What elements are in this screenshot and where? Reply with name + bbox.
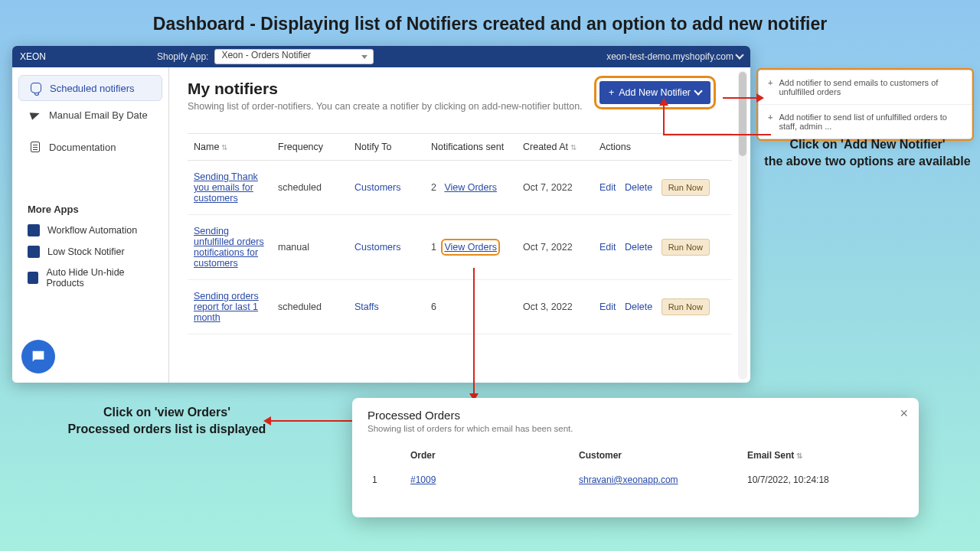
- col-created-at[interactable]: Created At⇅: [517, 134, 593, 161]
- app-link-label: Workflow Automation: [47, 225, 137, 236]
- app-link-label: Auto Hide Un-hide Products: [46, 267, 153, 289]
- cell-frequency: scheduled: [272, 280, 348, 334]
- cell-frequency: scheduled: [272, 161, 348, 215]
- table-row: Sending orders report for last 1 month s…: [188, 280, 732, 334]
- app-icon: [28, 272, 38, 284]
- plus-icon: +: [768, 78, 773, 96]
- col-index: [368, 444, 406, 467]
- add-button-label: Add New Notifier: [619, 87, 691, 98]
- table-row: Sending Thank you emails for customers s…: [188, 161, 732, 215]
- notify-to-link[interactable]: Customers: [354, 242, 400, 253]
- app-select-label: Shopify App:: [157, 51, 208, 62]
- col-notify-to: Notify To: [348, 134, 425, 161]
- chat-icon: [30, 348, 47, 365]
- notifiers-table: Name⇅ Frequency Notify To Notifications …: [188, 133, 732, 334]
- close-icon[interactable]: ×: [900, 406, 908, 422]
- app-link-low-stock-notifier[interactable]: Low Stock Notifier: [12, 241, 168, 262]
- col-order: Order: [406, 444, 574, 467]
- col-name[interactable]: Name⇅: [188, 134, 272, 161]
- customer-link[interactable]: shravani@xeonapp.com: [579, 474, 678, 485]
- annotation-right: Click on 'Add New Notifier' the above tw…: [763, 136, 972, 169]
- processed-orders-modal: × Processed Orders Showing list of order…: [352, 398, 919, 517]
- processed-orders-table: Order Customer Email Sent⇅ 1 #1009 shrav…: [368, 444, 903, 493]
- col-customer: Customer: [574, 444, 743, 467]
- dropdown-option-staff[interactable]: +Add notifier to send list of unfulfille…: [759, 104, 972, 139]
- app-window: XEON Shopify App: Xeon - Orders Notifier…: [12, 46, 750, 383]
- cell-created: Oct 7, 2022: [517, 215, 593, 280]
- table-row: 1 #1009 shravani@xeonapp.com 10/7/2022, …: [368, 467, 903, 493]
- cell-created: Oct 3, 2022: [517, 280, 593, 334]
- sidebar-item-scheduled-notifiers[interactable]: Scheduled notifiers: [18, 75, 162, 101]
- run-now-button[interactable]: Run Now: [662, 239, 710, 256]
- view-orders-link[interactable]: View Orders: [444, 182, 497, 193]
- cell-email-sent: 10/7/2022, 10:24:18: [743, 467, 903, 493]
- run-now-button[interactable]: Run Now: [662, 298, 710, 315]
- chevron-down-icon: [735, 51, 743, 59]
- dropdown-option-customers[interactable]: +Add notifier to send emails to customer…: [759, 70, 972, 104]
- sidebar: Scheduled notifiers Manual Email By Date…: [12, 67, 169, 383]
- notifier-name-link[interactable]: Sending unfulfilled orders notifications…: [194, 226, 264, 269]
- delete-link[interactable]: Delete: [625, 302, 652, 312]
- store-label: xeon-test-demo.myshopify.com: [606, 51, 733, 62]
- store-switcher[interactable]: xeon-test-demo.myshopify.com: [606, 51, 743, 62]
- delete-link[interactable]: Delete: [625, 182, 652, 193]
- sidebar-item-label: Manual Email By Date: [49, 109, 148, 121]
- edit-link[interactable]: Edit: [599, 182, 616, 193]
- order-link[interactable]: #1009: [410, 474, 436, 485]
- chevron-down-icon: [694, 86, 702, 95]
- cell-sent: 2 View Orders: [425, 161, 517, 215]
- delete-link[interactable]: Delete: [625, 242, 652, 253]
- col-actions: Actions: [593, 134, 732, 161]
- annotation-title: Dashboard - Displaying list of Notifiers…: [0, 14, 980, 34]
- scrollbar-track[interactable]: [738, 70, 747, 380]
- cell-index: 1: [368, 467, 406, 493]
- app-link-label: Low Stock Notifier: [47, 246, 125, 257]
- cell-sent: 1 View Orders: [425, 215, 517, 280]
- support-chat-bubble[interactable]: [21, 340, 55, 373]
- notify-to-link[interactable]: Customers: [354, 182, 400, 193]
- app-link-auto-hide-products[interactable]: Auto Hide Un-hide Products: [12, 262, 168, 293]
- brand-label: XEON: [20, 51, 46, 62]
- plus-icon: +: [609, 87, 614, 98]
- edit-link[interactable]: Edit: [599, 302, 616, 312]
- more-apps-heading: More Apps: [12, 204, 168, 215]
- plus-icon: +: [768, 112, 773, 131]
- view-orders-link[interactable]: View Orders: [444, 242, 497, 253]
- cell-sent: 6: [425, 280, 517, 334]
- add-new-notifier-button[interactable]: + Add New Notifier: [599, 81, 710, 104]
- scrollbar-thumb[interactable]: [739, 72, 746, 156]
- dropdown-option-label: Add notifier to send emails to customers…: [779, 78, 962, 96]
- send-icon: [29, 109, 41, 121]
- top-bar: XEON Shopify App: Xeon - Orders Notifier…: [12, 46, 750, 67]
- sidebar-item-label: Documentation: [49, 142, 116, 153]
- sidebar-item-manual-email[interactable]: Manual Email By Date: [18, 103, 162, 127]
- col-notifications-sent: Notifications sent: [425, 134, 517, 161]
- modal-title: Processed Orders: [368, 409, 903, 422]
- sidebar-item-documentation[interactable]: Documentation: [18, 135, 162, 159]
- sidebar-item-label: Scheduled notifiers: [50, 83, 135, 94]
- col-email-sent[interactable]: Email Sent⇅: [743, 444, 903, 467]
- col-frequency: Frequency: [272, 134, 348, 161]
- notify-to-link[interactable]: Staffs: [354, 302, 379, 312]
- document-icon: [29, 141, 41, 153]
- annotation-left: Click on 'view Orders' Processed orders …: [67, 404, 266, 437]
- notifier-name-link[interactable]: Sending orders report for last 1 month: [194, 291, 259, 323]
- run-now-button[interactable]: Run Now: [662, 179, 710, 196]
- modal-subtitle: Showing list of orders for which email h…: [368, 424, 903, 433]
- cell-frequency: manual: [272, 215, 348, 280]
- notifier-name-link[interactable]: Sending Thank you emails for customers: [194, 171, 258, 204]
- sort-icon: ⇅: [221, 143, 227, 152]
- app-link-workflow-automation[interactable]: Workflow Automation: [12, 220, 168, 241]
- sort-icon: ⇅: [796, 452, 802, 460]
- add-notifier-dropdown: +Add notifier to send emails to customer…: [758, 70, 972, 139]
- main-content: My notifiers Showing list of order-notif…: [169, 67, 750, 383]
- cell-created: Oct 7, 2022: [517, 161, 593, 215]
- edit-link[interactable]: Edit: [599, 242, 616, 253]
- app-icon: [28, 224, 40, 236]
- dropdown-option-label: Add notifier to send list of unfulfilled…: [779, 112, 962, 131]
- app-icon: [28, 246, 40, 258]
- app-select-value: Xeon - Orders Notifier: [221, 50, 311, 60]
- bell-icon: [30, 82, 42, 94]
- app-select[interactable]: Xeon - Orders Notifier: [214, 49, 374, 64]
- table-row: Sending unfulfilled orders notifications…: [188, 215, 732, 280]
